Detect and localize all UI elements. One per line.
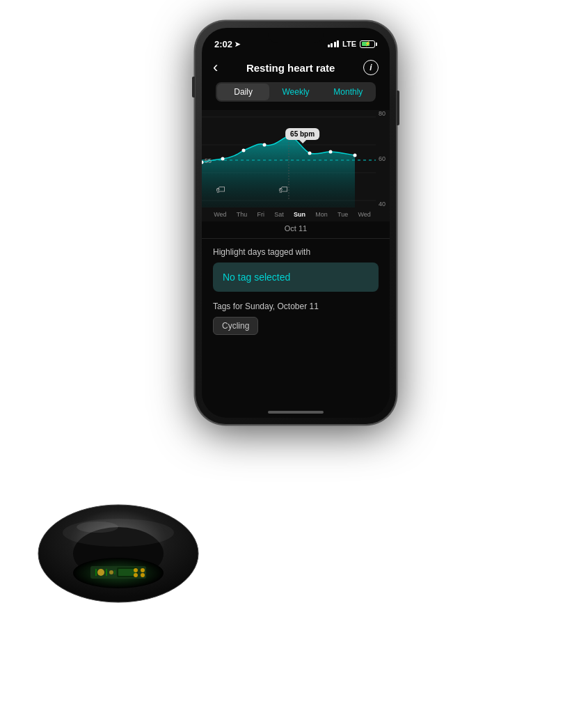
x-label-wed1: Wed [214, 211, 226, 218]
svg-point-6 [221, 157, 225, 161]
scene: 2:02 ➤ LTE ⚡ [0, 0, 588, 713]
svg-point-10 [308, 152, 312, 155]
status-time: 2:02 ➤ [214, 39, 240, 49]
highlight-label: Highlight days tagged with [213, 247, 379, 257]
tab-weekly[interactable]: Weekly [269, 84, 321, 100]
time-period-tabs: Daily Weekly Monthly [216, 82, 376, 102]
app-content: ‹ Resting heart rate i Daily Weekly Mont… [202, 54, 390, 418]
tab-daily[interactable]: Daily [217, 84, 269, 100]
x-label-wed2: Wed [358, 211, 370, 218]
tag-icon-wed: 🏷 [216, 184, 225, 195]
x-label-sun: Sun [294, 211, 305, 218]
x-label-fri: Fri [257, 211, 264, 218]
svg-point-27 [134, 573, 138, 577]
x-label-thu: Thu [237, 211, 248, 218]
y-label-40: 40 [379, 201, 386, 207]
page-title: Resting heart rate [246, 62, 335, 74]
tab-monthly[interactable]: Monthly [322, 84, 374, 100]
svg-point-19 [109, 570, 113, 574]
header: ‹ Resting heart rate i [202, 54, 390, 82]
info-button[interactable]: i [363, 60, 379, 75]
chart-svg-container: 55 65 bpm 🏷 🏷 [202, 110, 376, 207]
svg-point-7 [242, 149, 246, 152]
x-label-mon: Mon [315, 211, 328, 218]
svg-point-29 [63, 519, 174, 547]
divider [202, 238, 390, 239]
svg-point-8 [263, 143, 267, 147]
no-tag-selected-text: No tag selected [223, 272, 290, 283]
x-label-sat: Sat [274, 211, 284, 218]
x-axis-labels: Wed Thu Fri Sat Sun Mon Tue Wed [209, 207, 376, 221]
notch [268, 28, 324, 43]
date-label: Oct 11 [202, 221, 390, 238]
svg-point-12 [353, 154, 357, 157]
x-label-tue: Tue [337, 211, 348, 218]
navigation-arrow-icon: ➤ [235, 40, 240, 48]
y-label-80: 80 [379, 110, 386, 117]
battery-icon: ⚡ [360, 40, 377, 48]
phone-screen: 2:02 ➤ LTE ⚡ [202, 28, 390, 418]
status-right: LTE ⚡ [328, 40, 377, 48]
svg-point-11 [329, 150, 333, 154]
y-label-60: 60 [379, 155, 386, 162]
chart-value-label: 55 [205, 157, 212, 164]
highlight-section: Highlight days tagged with No tag select… [202, 247, 390, 335]
home-indicator [268, 411, 324, 414]
tag-icon-sun: 🏷 [278, 184, 288, 195]
svg-point-30 [77, 522, 118, 533]
smart-ring [35, 473, 202, 634]
svg-point-28 [141, 573, 145, 577]
cycling-tag-chip[interactable]: Cycling [213, 317, 258, 335]
time-display: 2:02 [214, 39, 232, 49]
chart-graph [202, 110, 376, 207]
ring-svg [35, 473, 202, 634]
svg-point-25 [134, 568, 138, 572]
back-button[interactable]: ‹ [213, 60, 218, 75]
tag-selector[interactable]: No tag selected [213, 263, 379, 292]
svg-point-26 [141, 568, 145, 572]
heart-rate-chart: 80 60 40 [202, 110, 390, 221]
signal-icon [328, 40, 340, 47]
chart-tooltip: 65 bpm [285, 128, 319, 140]
phone-body: 2:02 ➤ LTE ⚡ [195, 21, 397, 425]
lte-label: LTE [342, 40, 356, 48]
svg-point-18 [97, 569, 104, 576]
tags-for-label: Tags for Sunday, October 11 [213, 301, 379, 311]
y-axis-labels: 80 60 40 [379, 110, 386, 207]
